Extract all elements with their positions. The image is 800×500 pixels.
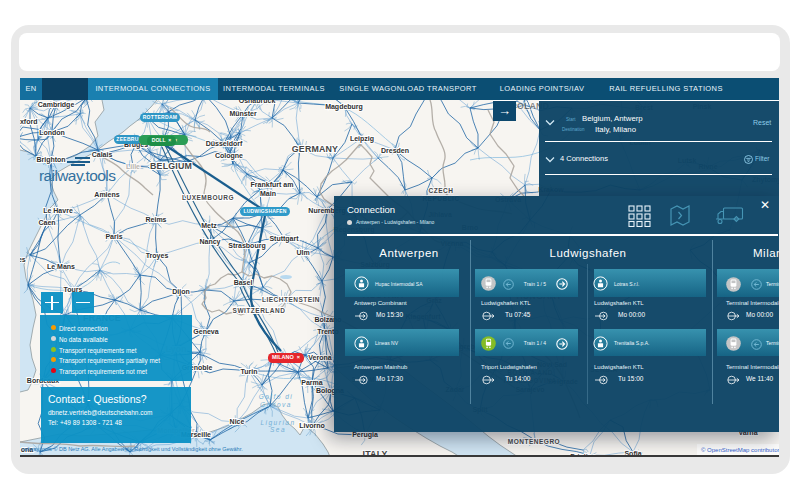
svg-text:Nantes: Nantes	[20, 256, 26, 263]
svg-text:Brighton: Brighton	[36, 156, 65, 164]
svg-text:Reims: Reims	[145, 216, 166, 223]
svg-text:Perugia: Perugia	[352, 431, 378, 439]
svg-text:Osnabrück: Osnabrück	[239, 100, 276, 104]
svg-text:Frankfurt am: Frankfurt am	[251, 181, 294, 188]
svg-text:Ulm: Ulm	[296, 249, 309, 256]
svg-text:Düsseldorf: Düsseldorf	[206, 140, 243, 147]
svg-text:Golfo di: Golfo di	[259, 393, 293, 400]
svg-text:Oxford: Oxford	[20, 118, 37, 125]
svg-text:Livorno: Livorno	[299, 422, 325, 429]
svg-text:Münster: Münster	[229, 110, 257, 117]
svg-text:Main: Main	[260, 190, 276, 197]
svg-text:Cambridge: Cambridge	[38, 101, 75, 109]
svg-text:Basel: Basel	[234, 279, 253, 286]
svg-text:Metz: Metz	[201, 222, 217, 229]
svg-text:Turin: Turin	[241, 368, 258, 375]
svg-text:Caen: Caen	[38, 219, 55, 226]
svg-text:SWITZERLAND: SWITZERLAND	[233, 307, 286, 314]
svg-text:London: London	[39, 129, 65, 136]
svg-text:Nice: Nice	[230, 418, 245, 425]
svg-text:Geneva: Geneva	[193, 328, 218, 335]
svg-text:Genova: Genova	[260, 401, 292, 408]
svg-text:Paris: Paris	[105, 233, 122, 240]
svg-text:LUXEMBOURG: LUXEMBOURG	[182, 194, 234, 201]
svg-text:CZECH: CZECH	[429, 187, 454, 194]
svg-text:Stuttgart: Stuttgart	[269, 235, 299, 243]
svg-text:Parma: Parma	[301, 379, 323, 386]
svg-text:Nancy: Nancy	[199, 238, 220, 246]
svg-text:Le Havre: Le Havre	[43, 207, 73, 214]
svg-text:Dresden: Dresden	[381, 147, 409, 154]
svg-text:MONTENEGRO: MONTENEGRO	[508, 438, 560, 445]
svg-text:BELGIUM: BELGIUM	[150, 161, 192, 171]
svg-text:GERMANY: GERMANY	[292, 144, 338, 154]
svg-text:Amiens: Amiens	[94, 191, 119, 198]
svg-text:Leipzig: Leipzig	[350, 135, 374, 143]
svg-text:LIECHTENSTEIN: LIECHTENSTEIN	[262, 296, 320, 303]
svg-text:Troyes: Troyes	[146, 252, 169, 260]
svg-text:Le Mans: Le Mans	[47, 263, 75, 270]
svg-text:Strasbourg: Strasbourg	[228, 242, 265, 250]
svg-text:Magdeburg: Magdeburg	[325, 103, 363, 111]
svg-text:Calais: Calais	[92, 151, 113, 158]
svg-text:Verona: Verona	[308, 354, 331, 361]
svg-text:Dijon: Dijon	[172, 288, 190, 296]
svg-text:Lille: Lille	[126, 163, 140, 170]
svg-text:Cologne: Cologne	[215, 152, 243, 160]
svg-text:Sea: Sea	[270, 426, 286, 433]
